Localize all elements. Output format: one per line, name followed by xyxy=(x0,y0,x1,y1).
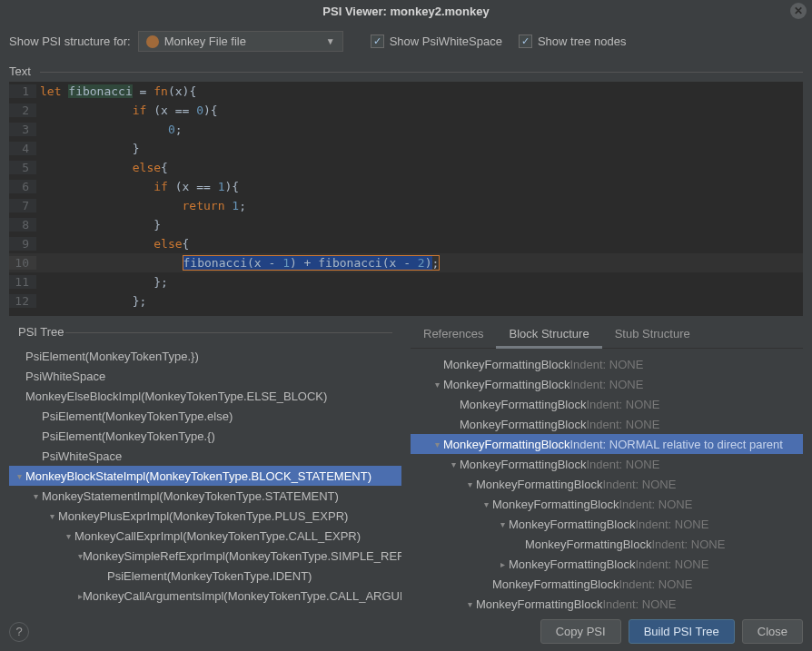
tab-block-structure[interactable]: Block Structure xyxy=(496,321,601,349)
tree-row[interactable]: ▾MonkeyFormattingBlock Indent: NONE xyxy=(411,514,803,534)
line-number: 10 xyxy=(9,256,36,270)
line-number: 7 xyxy=(9,199,36,212)
tree-detail: Indent: NONE xyxy=(586,418,659,431)
tree-row[interactable]: ▾MonkeyCallExprImpl(MonkeyTokenType.CALL… xyxy=(9,526,401,546)
tree-label: MonkeyFormattingBlock xyxy=(443,378,569,391)
code-editor[interactable]: 1let fibonacci = fn(x){2 if (x == 0){3 0… xyxy=(9,82,803,316)
tree-row[interactable]: MonkeyFormattingBlock Indent: NONE xyxy=(411,534,803,554)
close-button[interactable]: Close xyxy=(742,619,803,644)
chevron-down-icon[interactable]: ▾ xyxy=(447,459,460,469)
chevron-down-icon[interactable]: ▾ xyxy=(463,599,476,609)
editor-line[interactable]: 5 else{ xyxy=(9,158,803,177)
editor-line[interactable]: 10 fibonacci(x - 1) + fibonacci(x - 2); xyxy=(9,253,803,272)
tree-row[interactable]: ▾MonkeySimpleRefExprImpl(MonkeyTokenType… xyxy=(9,546,401,566)
chevron-down-icon[interactable]: ▾ xyxy=(431,380,443,390)
show-structure-label: Show PSI structure for: xyxy=(9,35,131,48)
toolbar: Show PSI structure for: Monkey File file… xyxy=(0,22,812,61)
psi-tree[interactable]: PsiElement(MonkeyTokenType.})PsiWhiteSpa… xyxy=(9,342,401,612)
tree-label: MonkeyPlusExprImpl(MonkeyTokenType.PLUS_… xyxy=(58,509,348,523)
tree-row[interactable]: MonkeyElseBlockImpl(MonkeyTokenType.ELSE… xyxy=(9,386,401,406)
tree-label: MonkeyFormattingBlock xyxy=(509,557,635,571)
chevron-down-icon: ▼ xyxy=(326,36,335,46)
tree-row[interactable]: ▾MonkeyFormattingBlock Indent: NONE xyxy=(411,374,803,394)
chevron-right-icon[interactable]: ▸ xyxy=(496,559,509,569)
tree-detail: Indent: NONE xyxy=(586,458,659,471)
file-type-dropdown[interactable]: Monkey File file ▼ xyxy=(138,31,343,52)
tree-row[interactable]: ▸MonkeyCallArgumentsImpl(MonkeyTokenType… xyxy=(9,586,401,606)
code-content: } xyxy=(36,218,803,232)
chevron-down-icon[interactable]: ▾ xyxy=(62,531,74,541)
code-content: }; xyxy=(36,294,803,308)
code-content: return 1; xyxy=(36,199,803,212)
tree-row[interactable]: MonkeyFormattingBlock Indent: NONE xyxy=(411,394,803,414)
block-tabs: References Block Structure Stub Structur… xyxy=(411,321,803,349)
tab-stub-structure[interactable]: Stub Structure xyxy=(602,321,703,348)
tree-row[interactable]: ▾MonkeyFormattingBlock Indent: NONE xyxy=(411,454,803,474)
close-icon[interactable]: ✕ xyxy=(790,3,807,19)
editor-line[interactable]: 12 }; xyxy=(9,291,803,311)
chevron-down-icon[interactable]: ▾ xyxy=(45,511,58,521)
file-type-value: Monkey File file xyxy=(164,35,246,48)
tab-references[interactable]: References xyxy=(411,321,496,348)
code-content: fibonacci(x - 1) + fibonacci(x - 2); xyxy=(36,256,803,270)
window-title: PSI Viewer: monkey2.monkey xyxy=(322,5,489,18)
line-number: 11 xyxy=(9,275,36,289)
tree-row[interactable]: PsiElement(MonkeyTokenType.else) xyxy=(9,406,401,426)
tree-row[interactable]: MonkeyFormattingBlock Indent: NONE xyxy=(411,574,803,594)
tree-label: MonkeyElseBlockImpl(MonkeyTokenType.ELSE… xyxy=(25,390,327,403)
monkey-icon xyxy=(146,35,159,48)
tree-detail: Indent: NONE xyxy=(635,557,708,571)
chevron-down-icon[interactable]: ▾ xyxy=(29,491,42,501)
tree-label: PsiWhiteSpace xyxy=(42,449,122,463)
code-content: if (x == 0){ xyxy=(36,104,803,117)
treenodes-label: Show tree nodes xyxy=(538,35,627,48)
editor-line[interactable]: 8 } xyxy=(9,215,803,234)
treenodes-checkbox[interactable]: ✓ Show tree nodes xyxy=(519,35,627,48)
editor-line[interactable]: 2 if (x == 0){ xyxy=(9,101,803,120)
tree-row[interactable]: MonkeyFormattingBlock Indent: NONE xyxy=(411,354,803,374)
copy-psi-button[interactable]: Copy PSI xyxy=(540,619,621,644)
chevron-down-icon[interactable]: ▾ xyxy=(496,519,509,529)
tree-row[interactable]: ▾MonkeyFormattingBlock Indent: NONE xyxy=(411,594,803,612)
editor-line[interactable]: 4 } xyxy=(9,139,803,158)
chevron-down-icon[interactable]: ▾ xyxy=(431,439,443,449)
tree-row[interactable]: ▾MonkeyFormattingBlock Indent: NONE xyxy=(411,474,803,494)
tree-detail: Indent: NONE xyxy=(602,597,676,611)
build-psi-tree-button[interactable]: Build PSI Tree xyxy=(629,619,735,644)
block-panel: References Block Structure Stub Structur… xyxy=(411,321,803,612)
tree-row[interactable]: PsiWhiteSpace xyxy=(9,446,401,466)
tree-label: PsiElement(MonkeyTokenType.}) xyxy=(25,350,199,363)
editor-line[interactable]: 6 if (x == 1){ xyxy=(9,177,803,196)
tree-row[interactable]: PsiWhiteSpace xyxy=(9,366,401,386)
chevron-down-icon[interactable]: ▾ xyxy=(463,479,476,489)
editor-line[interactable]: 1let fibonacci = fn(x){ xyxy=(9,82,803,101)
tree-row[interactable]: ▸MonkeyFormattingBlock Indent: NONE xyxy=(411,554,803,574)
tree-label: MonkeyFormattingBlock xyxy=(476,597,602,611)
whitespace-checkbox[interactable]: ✓ Show PsiWhiteSpace xyxy=(371,35,502,48)
tree-detail: Indent: NONE xyxy=(619,498,692,511)
editor-line[interactable]: 11 }; xyxy=(9,272,803,291)
code-content: if (x == 1){ xyxy=(36,180,803,193)
editor-line[interactable]: 3 0; xyxy=(9,120,803,139)
tree-label: MonkeyFormattingBlock xyxy=(476,478,602,491)
chevron-down-icon[interactable]: ▾ xyxy=(480,499,492,509)
tree-row[interactable]: ▾MonkeyFormattingBlock Indent: NONE xyxy=(411,494,803,514)
line-number: 12 xyxy=(9,294,36,308)
tree-row[interactable]: MonkeyFormattingBlock Indent: NONE xyxy=(411,414,803,434)
tree-row[interactable]: PsiElement(MonkeyTokenType.{) xyxy=(9,426,401,446)
help-button[interactable]: ? xyxy=(9,622,29,642)
editor-line[interactable]: 7 return 1; xyxy=(9,196,803,215)
footer: ? Copy PSI Build PSI Tree Close xyxy=(0,612,812,651)
tree-detail: Indent: NONE xyxy=(619,577,692,591)
editor-line[interactable]: 9 else{ xyxy=(9,234,803,253)
tree-row[interactable]: PsiElement(MonkeyTokenType.}) xyxy=(9,346,401,366)
tree-row[interactable]: PsiElement(MonkeyTokenType.IDENT) xyxy=(9,566,401,586)
tree-row[interactable]: ▾MonkeyBlockStateImpl(MonkeyTokenType.BL… xyxy=(9,466,401,486)
psi-tree-label: PSI Tree xyxy=(9,321,401,342)
tree-label: MonkeyFormattingBlock xyxy=(492,577,619,591)
tree-row[interactable]: ▾MonkeyFormattingBlock Indent: NORMAL re… xyxy=(411,434,803,454)
tree-row[interactable]: ▾MonkeyStatementImpl(MonkeyTokenType.STA… xyxy=(9,486,401,506)
tree-row[interactable]: ▾MonkeyPlusExprImpl(MonkeyTokenType.PLUS… xyxy=(9,506,401,526)
chevron-down-icon[interactable]: ▾ xyxy=(13,471,25,481)
block-tree[interactable]: MonkeyFormattingBlock Indent: NONE▾Monke… xyxy=(411,350,803,612)
